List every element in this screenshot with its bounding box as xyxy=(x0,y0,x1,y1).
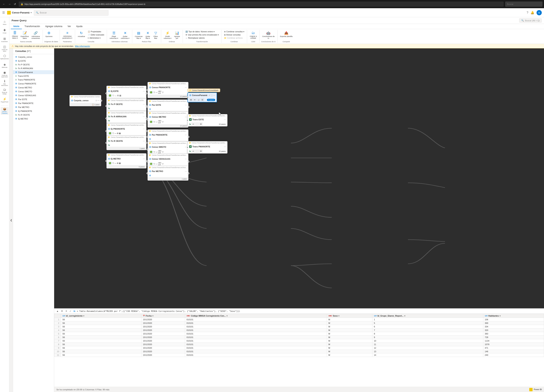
icon-4[interactable]: ⊟ xyxy=(199,123,202,126)
icon-3[interactable]: ⬚ xyxy=(195,123,199,126)
hamburger-menu[interactable]: ☰ xyxy=(2,11,5,14)
icon-2[interactable]: ▽ xyxy=(154,151,155,153)
administrar-conexiones-button[interactable]: 🔗 Administrarconexiones xyxy=(30,30,41,40)
formula-input[interactable]: = Table.RenameColumns(#"MUJER por f",{{"… xyxy=(77,310,543,312)
node-censos-panama[interactable]: ⊞ CensosPanamá ⤢ ⬚ ⋯ ⊞ ⇔ ↕2 ⊟ 9 pasos xyxy=(188,92,217,102)
icon-4[interactable]: ABC123 xyxy=(158,120,161,124)
more-icon[interactable]: ⋯ xyxy=(185,86,187,89)
sidebar-item-crear[interactable]: ✚ Crear xyxy=(1,27,9,35)
icon-2[interactable]: ⇔ xyxy=(192,150,195,153)
usar-primera-fila-button[interactable]: ⬆ Usar primera fila como encabezado ▾ xyxy=(184,33,220,36)
dividir-columna-button[interactable]: ⚡ Dividircolumna ▾ xyxy=(163,30,173,40)
opciones-button[interactable]: ⚙ Opciones xyxy=(44,30,53,38)
list-item[interactable]: fx Fx P OESTE xyxy=(13,63,54,66)
more-icon[interactable]: ⋯ xyxy=(185,170,187,172)
especificar-datos-button[interactable]: 📝 Especificardatos xyxy=(20,30,30,40)
node-censo-pmanorte[interactable]: 📁 Censo Panamá\Archivos\Transformar arch… xyxy=(148,82,189,98)
sidebar-item-supervision[interactable]: ◉ Centro de supervisión xyxy=(1,70,9,78)
icon-2[interactable]: ⇔ xyxy=(193,98,196,101)
col-header-fecha[interactable]: 📅 Fecha ▾ xyxy=(141,314,185,318)
list-item[interactable]: ⊞ Ej ESTE xyxy=(13,59,54,63)
list-item[interactable]: ⊞ Ej PMANORTE xyxy=(13,109,54,113)
node-censo-metro[interactable]: 📁 Censo Panamá\Archivos\Transformar arch… xyxy=(148,112,189,128)
more-icon[interactable]: ⋯ xyxy=(143,128,145,130)
icon-1[interactable]: ⊞ xyxy=(189,98,193,101)
formula-accept-button[interactable]: ✓ xyxy=(69,309,72,313)
maximize-icon[interactable]: ⬚ xyxy=(211,94,213,96)
obtener-datos-button[interactable]: 🗄 Obtenerdatos ▾ xyxy=(11,30,19,40)
filter-icon-2[interactable]: ▽ xyxy=(112,94,114,97)
agrupar-por-button[interactable]: 📊 Agruparpor xyxy=(173,30,181,40)
icon-1[interactable]: 🟢 xyxy=(149,162,153,165)
data-table-container[interactable]: 123 id_corregimiento ▾ 📅 Fecha xyxy=(54,314,544,387)
sidebar-item-inicio[interactable]: ⌂ Inicio xyxy=(1,19,9,27)
sidebar-item-aplicaciones[interactable]: ⬡ Aplicaciones xyxy=(1,53,9,61)
combinar-consultas-button[interactable]: ⊕ Combinar consultas ▾ xyxy=(223,30,245,33)
icon-2[interactable]: ⇔ xyxy=(192,123,195,126)
icon-5[interactable]: ▦ xyxy=(119,132,121,134)
icon-5[interactable]: ▽ xyxy=(162,163,164,165)
conservar-filas-button[interactable]: ▤ Conservarfilas ▾ xyxy=(134,30,144,40)
icon-2[interactable]: ▽ xyxy=(154,163,155,165)
list-item[interactable]: ⊞ Censo PMANORTE xyxy=(13,82,54,86)
elegir-columnas-button[interactable]: ☰ Elegircolumnas ▾ xyxy=(108,30,119,40)
icon-4[interactable]: ABC123 xyxy=(158,150,161,154)
help-icon[interactable]: ? xyxy=(527,11,528,14)
icon-5[interactable]: ▽ xyxy=(162,121,164,123)
icon-2[interactable]: ▽ xyxy=(112,162,114,164)
more-icon[interactable]: ⋯ xyxy=(185,158,187,160)
more-icon[interactable]: ⋯ xyxy=(143,90,145,92)
combinar-archivos-button[interactable]: 📁 Combinar archivos xyxy=(223,37,245,39)
more-icon[interactable]: ⋯ xyxy=(224,119,226,121)
administrar-parametros-button[interactable]: ≡ Administrarparámetros ▾ xyxy=(61,30,73,40)
node-par-metro[interactable]: 📁 Censo Panamá\Archivos\Transformar arch… xyxy=(148,166,189,181)
tab-ver[interactable]: Ver xyxy=(65,24,74,29)
col-filter-icon[interactable]: ▾ xyxy=(226,315,227,317)
icon-5[interactable]: ▽ xyxy=(162,91,164,93)
pq-search[interactable]: 🔍 Buscar (Alt + Q) xyxy=(519,18,542,23)
node-trans-este[interactable]: 📁 Censo Panamá\Archivos\Transformar arch… xyxy=(188,114,227,126)
more-icon[interactable]: ⋯ xyxy=(213,94,215,96)
icon-5[interactable]: ▦ xyxy=(119,162,121,164)
col-header-codigo[interactable]: ABC Código MINSA Corregimiento Cen... ▾ xyxy=(185,314,327,318)
icon-3[interactable]: — xyxy=(156,91,157,93)
more-icon[interactable]: ⋯ xyxy=(143,103,145,105)
list-item[interactable]: ⊞ Censo METRO xyxy=(13,86,54,89)
formula-down-button[interactable]: ▼ xyxy=(60,309,64,313)
warning-link[interactable]: Más información xyxy=(75,45,90,47)
list-item[interactable]: X Trans ESTE xyxy=(13,74,54,78)
tab-ayuda[interactable]: Ayuda xyxy=(74,24,85,29)
exportar-plantilla-button[interactable]: 📤 Exportar plantilla xyxy=(279,30,294,38)
col-header-id[interactable]: 123 id_corregimiento ▾ xyxy=(61,314,141,318)
col-filter-icon[interactable]: ▾ xyxy=(404,315,405,317)
icon-4[interactable]: ⊞ xyxy=(117,132,118,134)
icon-3[interactable]: ↕2 xyxy=(197,99,200,101)
formula-up-button[interactable]: ▲ xyxy=(56,309,59,313)
expand-icon[interactable]: ⤢ xyxy=(209,94,210,96)
icon-3[interactable]: ⬚ xyxy=(195,150,199,153)
icon-3[interactable]: — xyxy=(114,132,116,134)
icon-4[interactable]: ABC123 xyxy=(158,162,161,166)
browser-search-input[interactable] xyxy=(505,1,543,7)
list-item[interactable]: ⊞ Par PMANORTE xyxy=(13,101,54,105)
icon-3[interactable]: — xyxy=(156,121,157,123)
list-item[interactable]: ⊞ Censo VERAGUAS xyxy=(13,93,54,97)
node-ej-metro[interactable]: 📁 Censo Panamá\Archivos\Transformar arch… xyxy=(106,153,146,168)
list-item[interactable]: ⊞ Censo SMGTO xyxy=(13,89,54,93)
icon-2[interactable]: ▽ xyxy=(154,121,155,123)
sidebar-item-fluggs[interactable]: ⚡ FlugssPower xyxy=(1,96,9,104)
list-item[interactable]: ⊞ CensosPanamá xyxy=(13,70,54,74)
more-icon[interactable]: ⋯ xyxy=(185,134,187,136)
sidebar-item-info[interactable]: ℹ Más información xyxy=(1,79,9,87)
more-icon[interactable]: ⋯ xyxy=(97,99,100,102)
list-item[interactable]: fx Fx R OESTE xyxy=(13,113,54,117)
avatar[interactable]: U xyxy=(537,10,542,15)
col-filter-icon[interactable]: ▾ xyxy=(83,315,84,317)
col-filter-icon[interactable]: ▾ xyxy=(500,315,501,317)
sidebar-toggle[interactable]: ❮ xyxy=(9,48,13,392)
reload-button[interactable]: ↺ xyxy=(13,2,17,6)
notification-icon[interactable]: 🔔 xyxy=(531,11,534,14)
tab-agregar-columna[interactable]: Agregar columna xyxy=(43,24,65,29)
icon-3[interactable]: — xyxy=(156,151,157,153)
filter-icon-4[interactable]: ⊞ xyxy=(117,94,119,97)
